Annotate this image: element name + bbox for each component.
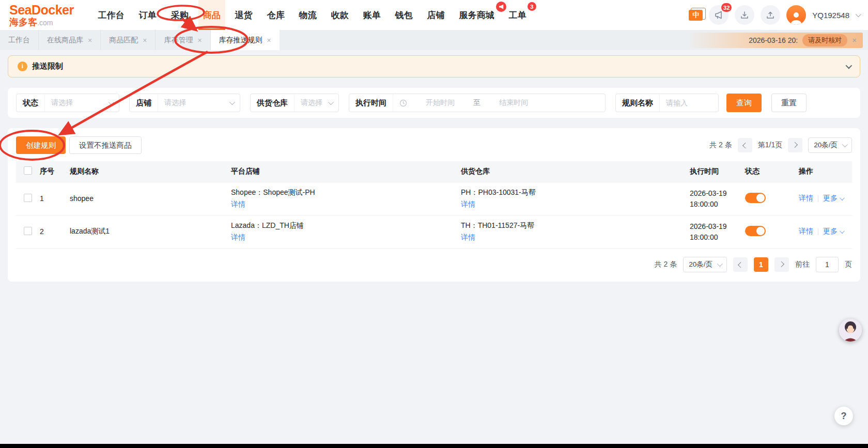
tab-close-icon[interactable]: × [197, 37, 202, 44]
status-label: 状态 [17, 94, 45, 112]
tab-close-icon[interactable]: × [267, 37, 271, 44]
nav-item-warehouse[interactable]: 仓库 [262, 0, 289, 30]
page-size-select[interactable]: 20条/页 [808, 137, 852, 153]
reset-button[interactable]: 重置 [771, 94, 807, 112]
row-checkbox[interactable] [24, 194, 32, 202]
rule-name-input[interactable] [666, 99, 712, 107]
nav-item-returns[interactable]: 退货 [230, 0, 257, 30]
top-nav: SeaDocker 海多客.com 工作台 订单 采购 商品 退货 仓库 物流 … [0, 0, 868, 30]
start-time-input[interactable]: 开始时间 [411, 98, 469, 107]
nav-item-products[interactable]: 商品 [198, 0, 225, 30]
status-toggle[interactable] [745, 193, 766, 203]
toolbar: 创建规则 设置不推送商品 共 2 条 第1/1页 20条/页 [16, 136, 852, 154]
nav-item-tickets[interactable]: 工单 3 [504, 0, 531, 30]
brand-cn: 海多客 [9, 17, 37, 27]
assistant-avatar[interactable] [839, 319, 862, 342]
warehouse-detail-link[interactable]: 详情 [461, 233, 475, 241]
row-more-link[interactable]: 更多 [823, 194, 843, 203]
prev-page-button[interactable] [733, 257, 748, 272]
status-toggle[interactable] [745, 226, 766, 236]
username[interactable]: YQ192548 [812, 11, 849, 20]
nav-item-purchase[interactable]: 采购 [166, 0, 193, 30]
nav-item-orders[interactable]: 订单 [134, 0, 161, 30]
notice-chevron-down-icon[interactable] [846, 63, 853, 69]
supply-warehouse: PH：PH03-10031-马帮 [461, 188, 684, 197]
nav-item-logistics[interactable]: 物流 [295, 0, 321, 30]
status-select[interactable]: 请选择 [45, 98, 119, 107]
exec-date: 2026-03-19 [690, 189, 739, 197]
main-nav: 工作台 订单 采购 商品 退货 仓库 物流 收款 账单 钱包 店铺 服务商城 工… [94, 0, 531, 30]
nav-item-workbench[interactable]: 工作台 [94, 0, 129, 30]
shop-detail-link[interactable]: 详情 [231, 200, 245, 208]
warehouse-detail-link[interactable]: 详情 [461, 200, 475, 208]
warehouse-select[interactable]: 请选择 [295, 98, 338, 107]
rule-name: shopee [67, 182, 228, 215]
language-icon[interactable]: 中 [689, 10, 703, 21]
brand-logo[interactable]: SeaDocker 海多客.com [9, 4, 74, 27]
bottom-strip [0, 444, 868, 448]
select-all-checkbox[interactable] [24, 166, 32, 175]
divider [818, 228, 818, 235]
rules-panel: 创建规则 设置不推送商品 共 2 条 第1/1页 20条/页 [8, 128, 860, 282]
announcement-icon[interactable]: 32 [709, 5, 729, 25]
push-limit-notice: i 推送限制 [8, 55, 860, 78]
platform-shop: Shopee：Shopee测试-PH [231, 188, 455, 197]
next-page-button[interactable] [788, 138, 802, 152]
nav-item-service-mall[interactable]: 服务商城 [455, 0, 499, 30]
notification-ticker[interactable]: 2026-03-16 20: 请及时核对 × [687, 33, 863, 48]
row-detail-link[interactable]: 详情 [799, 194, 813, 203]
page-1-button[interactable]: 1 [754, 257, 768, 272]
row-checkbox[interactable] [24, 227, 32, 235]
help-button[interactable]: ? [834, 407, 853, 425]
search-button[interactable]: 查询 [726, 94, 762, 112]
tab-product-match[interactable]: 商品匹配× [101, 30, 156, 50]
prev-page-button[interactable] [738, 138, 752, 152]
exec-time-label: 执行时间 [349, 94, 393, 112]
shop-select[interactable]: 请选择 [158, 98, 240, 107]
nav-item-payments[interactable]: 收款 [327, 0, 353, 30]
share-icon[interactable] [761, 5, 780, 25]
download-icon[interactable] [735, 5, 754, 25]
warehouse-label: 供货仓库 [251, 94, 295, 112]
rules-table: 序号 规则名称 平台店铺 供货仓库 执行时间 状态 操作 1 shopee Sh… [16, 161, 852, 249]
col-status: 状态 [742, 161, 796, 182]
nav-item-bills[interactable]: 账单 [359, 0, 385, 30]
create-rule-button[interactable]: 创建规则 [16, 136, 66, 154]
chevron-down-icon [842, 142, 848, 147]
tab-inventory-manage[interactable]: 库存管理× [156, 30, 210, 50]
col-action: 操作 [796, 161, 852, 182]
shop-filter: 店铺 请选择 [129, 94, 240, 112]
user-caret-down-icon[interactable] [856, 11, 861, 17]
row-detail-link[interactable]: 详情 [799, 227, 813, 236]
tab-online-products[interactable]: 在线商品库× [39, 30, 101, 50]
exec-date: 2026-03-19 [690, 222, 739, 230]
nav-item-shops[interactable]: 店铺 [423, 0, 450, 30]
tab-workbench[interactable]: 工作台 [0, 30, 39, 50]
platform-shop: Lazada：LZD_TH店铺 [231, 221, 455, 230]
divider [818, 195, 818, 202]
end-time-input[interactable]: 结束时间 [485, 98, 542, 107]
page-size-select[interactable]: 20条/页 [683, 257, 727, 272]
row-more-link[interactable]: 更多 [823, 227, 843, 236]
nav-item-wallet[interactable]: 钱包 [391, 0, 417, 30]
top-nav-right: 中 32 YQ192548 [689, 5, 860, 25]
tab-close-icon[interactable]: × [143, 37, 147, 44]
tab-close-icon[interactable]: × [88, 37, 92, 44]
ticker-close-icon[interactable]: × [852, 36, 857, 44]
shop-detail-link[interactable]: 详情 [231, 233, 245, 241]
info-icon: i [18, 61, 27, 71]
user-avatar-icon[interactable] [786, 5, 806, 25]
goto-page-input[interactable] [816, 257, 839, 272]
chevron-down-icon [717, 260, 723, 266]
row-index: 1 [37, 182, 67, 215]
announcement-count-badge: 32 [721, 3, 732, 12]
next-page-button[interactable] [774, 257, 789, 272]
supply-warehouse: TH：TH01-11527-马帮 [461, 221, 684, 230]
chevron-left-icon [742, 143, 748, 148]
tab-inventory-push-rules[interactable]: 库存推送规则× [211, 30, 280, 50]
col-index: 序号 [37, 161, 67, 182]
clock-icon [399, 99, 407, 107]
set-no-push-button[interactable]: 设置不推送商品 [69, 136, 142, 154]
ticker-pill: 请及时核对 [802, 34, 847, 47]
shop-label: 店铺 [130, 94, 158, 112]
